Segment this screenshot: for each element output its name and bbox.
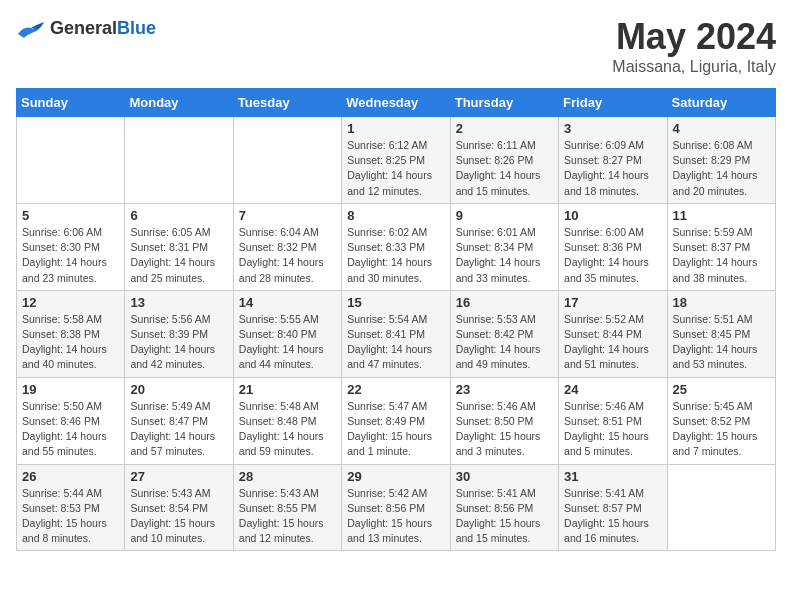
day-number: 25	[673, 382, 770, 397]
logo-text: GeneralBlue	[50, 18, 156, 39]
day-info: Sunrise: 5:54 AMSunset: 8:41 PMDaylight:…	[347, 312, 444, 373]
day-info: Sunrise: 5:44 AMSunset: 8:53 PMDaylight:…	[22, 486, 119, 547]
logo-bird-icon	[16, 16, 46, 40]
day-info: Sunrise: 5:46 AMSunset: 8:50 PMDaylight:…	[456, 399, 553, 460]
day-of-week-header: Sunday	[17, 89, 125, 117]
calendar-cell: 8Sunrise: 6:02 AMSunset: 8:33 PMDaylight…	[342, 203, 450, 290]
day-number: 11	[673, 208, 770, 223]
calendar-cell: 20Sunrise: 5:49 AMSunset: 8:47 PMDayligh…	[125, 377, 233, 464]
day-number: 2	[456, 121, 553, 136]
day-info: Sunrise: 5:42 AMSunset: 8:56 PMDaylight:…	[347, 486, 444, 547]
calendar-cell	[667, 464, 775, 551]
calendar-cell: 12Sunrise: 5:58 AMSunset: 8:38 PMDayligh…	[17, 290, 125, 377]
day-info: Sunrise: 5:59 AMSunset: 8:37 PMDaylight:…	[673, 225, 770, 286]
calendar-cell: 19Sunrise: 5:50 AMSunset: 8:46 PMDayligh…	[17, 377, 125, 464]
calendar-week-row: 1Sunrise: 6:12 AMSunset: 8:25 PMDaylight…	[17, 117, 776, 204]
day-info: Sunrise: 6:12 AMSunset: 8:25 PMDaylight:…	[347, 138, 444, 199]
day-number: 30	[456, 469, 553, 484]
calendar-cell: 2Sunrise: 6:11 AMSunset: 8:26 PMDaylight…	[450, 117, 558, 204]
day-of-week-header: Tuesday	[233, 89, 341, 117]
day-info: Sunrise: 6:00 AMSunset: 8:36 PMDaylight:…	[564, 225, 661, 286]
day-number: 10	[564, 208, 661, 223]
day-info: Sunrise: 5:43 AMSunset: 8:55 PMDaylight:…	[239, 486, 336, 547]
calendar-cell: 14Sunrise: 5:55 AMSunset: 8:40 PMDayligh…	[233, 290, 341, 377]
calendar-week-row: 5Sunrise: 6:06 AMSunset: 8:30 PMDaylight…	[17, 203, 776, 290]
calendar-cell: 26Sunrise: 5:44 AMSunset: 8:53 PMDayligh…	[17, 464, 125, 551]
day-info: Sunrise: 5:43 AMSunset: 8:54 PMDaylight:…	[130, 486, 227, 547]
day-number: 5	[22, 208, 119, 223]
day-info: Sunrise: 5:58 AMSunset: 8:38 PMDaylight:…	[22, 312, 119, 373]
calendar-header-row: SundayMondayTuesdayWednesdayThursdayFrid…	[17, 89, 776, 117]
day-number: 22	[347, 382, 444, 397]
day-info: Sunrise: 5:41 AMSunset: 8:57 PMDaylight:…	[564, 486, 661, 547]
day-info: Sunrise: 5:49 AMSunset: 8:47 PMDaylight:…	[130, 399, 227, 460]
calendar-cell: 28Sunrise: 5:43 AMSunset: 8:55 PMDayligh…	[233, 464, 341, 551]
day-info: Sunrise: 5:46 AMSunset: 8:51 PMDaylight:…	[564, 399, 661, 460]
day-number: 8	[347, 208, 444, 223]
calendar-cell: 1Sunrise: 6:12 AMSunset: 8:25 PMDaylight…	[342, 117, 450, 204]
day-info: Sunrise: 6:06 AMSunset: 8:30 PMDaylight:…	[22, 225, 119, 286]
calendar-cell: 22Sunrise: 5:47 AMSunset: 8:49 PMDayligh…	[342, 377, 450, 464]
day-info: Sunrise: 5:45 AMSunset: 8:52 PMDaylight:…	[673, 399, 770, 460]
day-number: 13	[130, 295, 227, 310]
calendar-week-row: 19Sunrise: 5:50 AMSunset: 8:46 PMDayligh…	[17, 377, 776, 464]
day-of-week-header: Wednesday	[342, 89, 450, 117]
month-year-title: May 2024	[612, 16, 776, 58]
calendar-cell: 21Sunrise: 5:48 AMSunset: 8:48 PMDayligh…	[233, 377, 341, 464]
day-number: 23	[456, 382, 553, 397]
calendar-cell	[125, 117, 233, 204]
day-number: 27	[130, 469, 227, 484]
day-info: Sunrise: 6:09 AMSunset: 8:27 PMDaylight:…	[564, 138, 661, 199]
page-header: GeneralBlue May 2024 Maissana, Liguria, …	[16, 16, 776, 76]
calendar-cell: 31Sunrise: 5:41 AMSunset: 8:57 PMDayligh…	[559, 464, 667, 551]
day-info: Sunrise: 6:11 AMSunset: 8:26 PMDaylight:…	[456, 138, 553, 199]
day-number: 17	[564, 295, 661, 310]
day-info: Sunrise: 6:01 AMSunset: 8:34 PMDaylight:…	[456, 225, 553, 286]
day-number: 3	[564, 121, 661, 136]
day-number: 4	[673, 121, 770, 136]
calendar-table: SundayMondayTuesdayWednesdayThursdayFrid…	[16, 88, 776, 551]
day-of-week-header: Saturday	[667, 89, 775, 117]
calendar-cell: 24Sunrise: 5:46 AMSunset: 8:51 PMDayligh…	[559, 377, 667, 464]
day-number: 31	[564, 469, 661, 484]
calendar-cell: 27Sunrise: 5:43 AMSunset: 8:54 PMDayligh…	[125, 464, 233, 551]
day-number: 14	[239, 295, 336, 310]
day-number: 12	[22, 295, 119, 310]
calendar-week-row: 26Sunrise: 5:44 AMSunset: 8:53 PMDayligh…	[17, 464, 776, 551]
calendar-cell: 17Sunrise: 5:52 AMSunset: 8:44 PMDayligh…	[559, 290, 667, 377]
day-info: Sunrise: 5:56 AMSunset: 8:39 PMDaylight:…	[130, 312, 227, 373]
calendar-week-row: 12Sunrise: 5:58 AMSunset: 8:38 PMDayligh…	[17, 290, 776, 377]
day-number: 15	[347, 295, 444, 310]
calendar-cell: 29Sunrise: 5:42 AMSunset: 8:56 PMDayligh…	[342, 464, 450, 551]
day-info: Sunrise: 5:50 AMSunset: 8:46 PMDaylight:…	[22, 399, 119, 460]
calendar-cell: 15Sunrise: 5:54 AMSunset: 8:41 PMDayligh…	[342, 290, 450, 377]
logo: GeneralBlue	[16, 16, 156, 40]
day-number: 26	[22, 469, 119, 484]
calendar-cell: 4Sunrise: 6:08 AMSunset: 8:29 PMDaylight…	[667, 117, 775, 204]
day-info: Sunrise: 5:52 AMSunset: 8:44 PMDaylight:…	[564, 312, 661, 373]
calendar-cell: 6Sunrise: 6:05 AMSunset: 8:31 PMDaylight…	[125, 203, 233, 290]
calendar-cell: 18Sunrise: 5:51 AMSunset: 8:45 PMDayligh…	[667, 290, 775, 377]
day-info: Sunrise: 6:08 AMSunset: 8:29 PMDaylight:…	[673, 138, 770, 199]
day-number: 24	[564, 382, 661, 397]
calendar-cell: 25Sunrise: 5:45 AMSunset: 8:52 PMDayligh…	[667, 377, 775, 464]
calendar-cell: 7Sunrise: 6:04 AMSunset: 8:32 PMDaylight…	[233, 203, 341, 290]
day-number: 7	[239, 208, 336, 223]
day-number: 18	[673, 295, 770, 310]
day-number: 1	[347, 121, 444, 136]
day-number: 28	[239, 469, 336, 484]
day-number: 29	[347, 469, 444, 484]
day-number: 9	[456, 208, 553, 223]
calendar-cell: 16Sunrise: 5:53 AMSunset: 8:42 PMDayligh…	[450, 290, 558, 377]
day-number: 20	[130, 382, 227, 397]
day-number: 6	[130, 208, 227, 223]
day-info: Sunrise: 5:53 AMSunset: 8:42 PMDaylight:…	[456, 312, 553, 373]
logo-general: General	[50, 18, 117, 38]
day-info: Sunrise: 6:02 AMSunset: 8:33 PMDaylight:…	[347, 225, 444, 286]
day-info: Sunrise: 5:55 AMSunset: 8:40 PMDaylight:…	[239, 312, 336, 373]
logo-blue: Blue	[117, 18, 156, 38]
calendar-cell: 13Sunrise: 5:56 AMSunset: 8:39 PMDayligh…	[125, 290, 233, 377]
calendar-cell	[233, 117, 341, 204]
calendar-cell: 30Sunrise: 5:41 AMSunset: 8:56 PMDayligh…	[450, 464, 558, 551]
day-number: 19	[22, 382, 119, 397]
